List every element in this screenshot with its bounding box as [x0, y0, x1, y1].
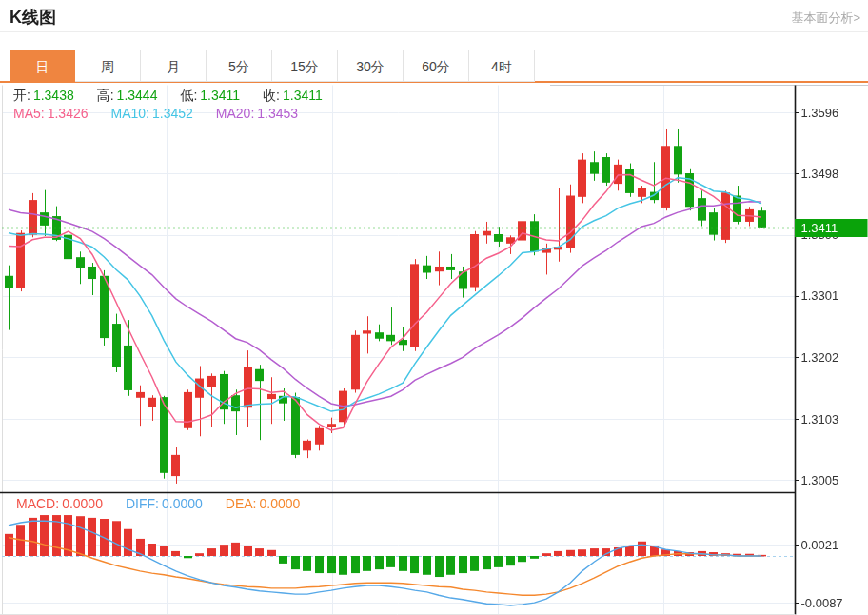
legend-item: DIFF:0.0000 [126, 496, 203, 511]
tab-日[interactable]: 日 [10, 50, 75, 82]
legend-value: 1.3411 [200, 88, 240, 103]
legend-label: 收: [263, 88, 280, 103]
legend-item: 低:1.3411 [180, 88, 240, 105]
ohlc-legend: 开:1.3438高:1.3444低:1.3411收:1.3411 [13, 88, 345, 105]
period-tab-bar: 日周月5分15分30分60分4时 [0, 50, 868, 83]
legend-item: 开:1.3438 [13, 88, 74, 105]
legend-value: 0.0000 [259, 496, 300, 511]
tab-月[interactable]: 月 [141, 50, 207, 82]
legend-item: MA5:1.3426 [13, 106, 89, 121]
tab-4时[interactable]: 4时 [469, 50, 535, 82]
legend-value: 1.3453 [257, 106, 298, 121]
header-divider [0, 31, 868, 32]
legend-value: 1.3411 [283, 88, 323, 103]
tab-60分[interactable]: 60分 [404, 50, 469, 82]
legend-label: DEA: [226, 496, 257, 511]
legend-value: 1.3438 [33, 88, 74, 103]
legend-label: 低: [180, 88, 197, 103]
legend-value: 0.0000 [62, 496, 103, 511]
macd-legend: MACD:0.0000DIFF:0.0000DEA:0.0000 [16, 496, 323, 511]
legend-item: 收:1.3411 [263, 88, 323, 105]
tab-周[interactable]: 周 [75, 50, 141, 82]
legend-item: 高:1.3444 [97, 88, 158, 105]
legend-value: 1.3452 [152, 106, 193, 121]
legend-value: 1.3444 [117, 88, 158, 103]
legend-item: MA10:1.3452 [111, 106, 193, 121]
legend-label: 开: [13, 88, 30, 103]
legend-item: DEA:0.0000 [226, 496, 301, 511]
page-title: K线图 [10, 6, 56, 29]
legend-value: 0.0000 [162, 496, 203, 511]
legend-item: MA20:1.3453 [216, 106, 298, 121]
legend-label: MA20: [216, 106, 254, 121]
tab-30分[interactable]: 30分 [338, 50, 404, 82]
legend-label: MA5: [13, 106, 45, 121]
kline-page: K线图 基本面分析> 日周月5分15分30分60分4时 开:1.3438高:1.… [0, 0, 868, 615]
legend-label: MACD: [16, 496, 59, 511]
tab-15分[interactable]: 15分 [272, 50, 338, 82]
fundamental-analysis-link[interactable]: 基本面分析> [791, 10, 860, 27]
legend-label: 高: [97, 88, 114, 103]
legend-label: DIFF: [126, 496, 159, 511]
tab-5分[interactable]: 5分 [207, 50, 272, 82]
ma-legend: MA5:1.3426MA10:1.3452MA20:1.3453 [13, 106, 321, 121]
legend-label: MA10: [111, 106, 149, 121]
legend-value: 1.3426 [48, 106, 89, 121]
legend-item: MACD:0.0000 [16, 496, 103, 511]
